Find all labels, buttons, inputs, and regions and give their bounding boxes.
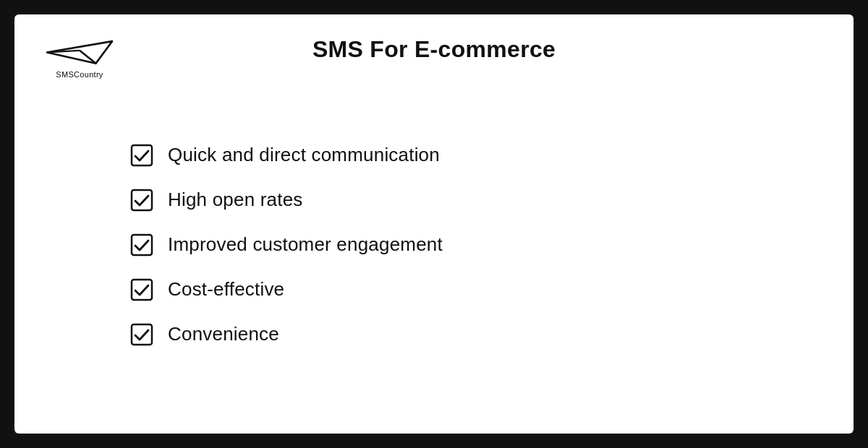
checkbox-icon [130, 144, 153, 167]
checkbox-icon [130, 278, 153, 301]
checklist-item: High open rates [130, 181, 767, 219]
checkbox-icon [130, 323, 153, 346]
checklist-item-label: High open rates [168, 189, 303, 211]
checklist-item: Improved customer engagement [130, 226, 767, 264]
logo-area: SMSCountry [43, 36, 116, 79]
smscountry-logo [43, 36, 116, 69]
slide-title: SMS For E-commerce [43, 36, 825, 63]
checkbox-icon [130, 233, 153, 257]
slide: SMSCountry SMS For E-commerce Quick and … [14, 14, 854, 434]
slide-header: SMSCountry SMS For E-commerce [43, 36, 825, 63]
checklist-container: Quick and direct communicationHigh open … [43, 77, 825, 412]
checklist-item: Cost-effective [130, 271, 767, 309]
logo-text: SMSCountry [56, 70, 103, 79]
checklist-item-label: Convenience [168, 323, 279, 345]
checklist-item-label: Cost-effective [168, 278, 284, 301]
checkbox-icon [130, 189, 153, 212]
checklist-item-label: Improved customer engagement [168, 233, 443, 256]
checklist-item-label: Quick and direct communication [168, 144, 440, 166]
checklist-item: Convenience [130, 316, 767, 353]
checklist-item: Quick and direct communication [130, 137, 767, 174]
